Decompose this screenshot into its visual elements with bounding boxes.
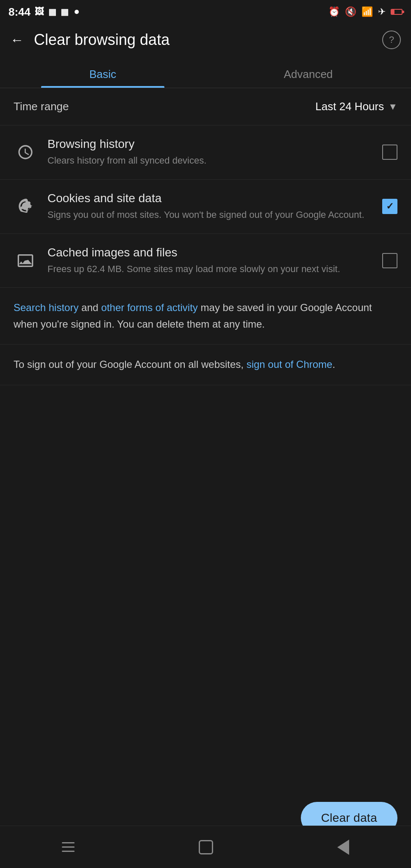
browsing-history-content: Browsing history Clears history from all… <box>47 137 372 167</box>
nav-back-button[interactable] <box>337 840 349 855</box>
wifi-icon: 📶 <box>361 6 373 17</box>
nav-menu-button[interactable] <box>62 842 75 852</box>
status-icons-group: ⏰ 🔇 📶 ✈ <box>328 6 403 17</box>
menu-line-1 <box>62 842 75 843</box>
other-activity-link[interactable]: other forms of activity <box>101 302 198 313</box>
cached-images-content: Cached images and files Frees up 62.4 MB… <box>47 246 372 276</box>
tabs-container: Basic Advanced <box>0 56 411 88</box>
tab-basic[interactable]: Basic <box>0 56 206 88</box>
cookies-title: Cookies and site data <box>47 192 372 205</box>
nav-home-button[interactable] <box>199 840 213 854</box>
status-bar: 8:44 🖼 ▦ ▦ ⏰ 🔇 📶 ✈ <box>0 0 411 24</box>
info-text-middle: and <box>78 302 101 313</box>
bottom-spacer <box>0 385 411 788</box>
grid2-icon: ▦ <box>61 7 69 17</box>
alarm-icon: ⏰ <box>328 6 340 17</box>
cached-images-item[interactable]: Cached images and files Frees up 62.4 MB… <box>0 234 411 288</box>
info-section-1: Search history and other forms of activi… <box>0 288 411 345</box>
sign-out-chrome-link[interactable]: sign out of Chrome <box>247 359 333 370</box>
mute-icon: 🔇 <box>345 6 356 17</box>
notification-dot <box>75 10 79 14</box>
dropdown-arrow-icon: ▼ <box>388 101 397 112</box>
home-square-icon <box>199 840 213 854</box>
tab-basic-label: Basic <box>89 68 117 81</box>
cookies-item[interactable]: Cookies and site data Signs you out of m… <box>0 180 411 234</box>
tab-advanced-label: Advanced <box>284 68 333 81</box>
time-display: 8:44 <box>8 6 31 19</box>
page-title: Clear browsing data <box>34 31 169 49</box>
info-section-2: To sign out of your Google Account on al… <box>0 345 411 385</box>
cached-images-subtitle: Frees up 62.4 MB. Some sites may load mo… <box>47 263 372 276</box>
browsing-history-item[interactable]: Browsing history Clears history from all… <box>0 125 411 180</box>
image-cache-icon <box>14 249 37 273</box>
clock-icon <box>14 140 37 164</box>
cookies-checkbox[interactable] <box>382 199 397 214</box>
info-text-2-prefix: To sign out of your Google Account on al… <box>14 359 247 370</box>
question-mark-icon: ? <box>389 34 394 45</box>
cookies-subtitle: Signs you out of most sites. You won't b… <box>47 209 372 222</box>
menu-line-2 <box>62 846 75 848</box>
back-button[interactable]: ← <box>10 32 24 48</box>
search-history-link[interactable]: Search history <box>14 302 78 313</box>
header: ← Clear browsing data ? <box>0 24 411 56</box>
cookies-content: Cookies and site data Signs you out of m… <box>47 192 372 222</box>
help-button[interactable]: ? <box>382 31 401 49</box>
browsing-history-checkbox[interactable] <box>382 145 397 160</box>
photo-icon: 🖼 <box>35 6 44 17</box>
battery-icon <box>391 9 403 15</box>
cached-images-checkbox[interactable] <box>382 253 397 268</box>
back-chevron-icon <box>337 840 349 855</box>
content-wrapper: Time range Last 24 Hours ▼ Browsing hist… <box>0 88 411 868</box>
tab-advanced[interactable]: Advanced <box>206 56 411 88</box>
cookie-icon <box>14 195 37 218</box>
info-text-2-suffix: . <box>332 359 335 370</box>
cached-images-title: Cached images and files <box>47 246 372 259</box>
menu-line-3 <box>62 851 75 852</box>
menu-lines-icon <box>62 842 75 852</box>
grid-icon: ▦ <box>48 7 56 17</box>
header-left: ← Clear browsing data <box>10 31 169 49</box>
browsing-history-subtitle: Clears history from all synced devices. <box>47 154 372 167</box>
time-range-label: Time range <box>14 100 69 113</box>
airplane-icon: ✈ <box>378 6 386 17</box>
browsing-history-title: Browsing history <box>47 137 372 151</box>
time-range-selector[interactable]: Last 24 Hours ▼ <box>315 100 397 113</box>
status-time: 8:44 🖼 ▦ ▦ <box>8 6 79 19</box>
time-range-row[interactable]: Time range Last 24 Hours ▼ <box>0 88 411 125</box>
time-range-value: Last 24 Hours <box>315 100 384 113</box>
navigation-bar <box>0 826 411 868</box>
